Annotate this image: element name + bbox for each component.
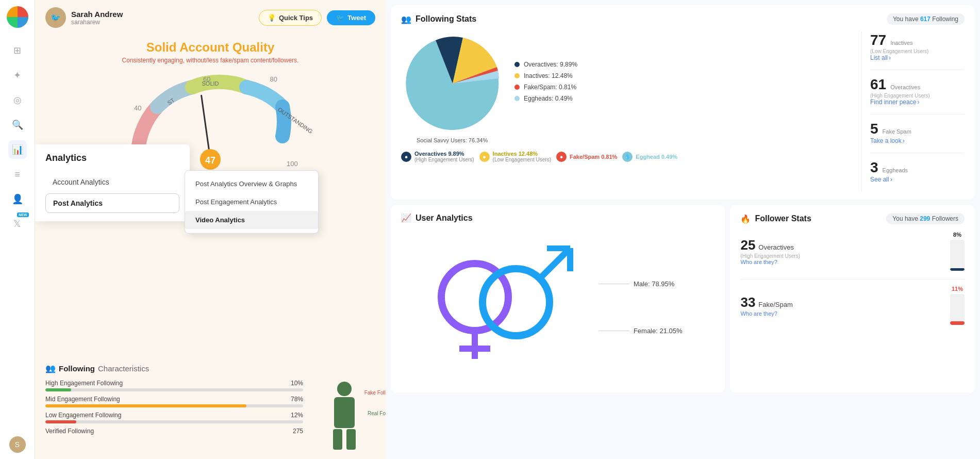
fire-icon: 🔥	[740, 214, 751, 224]
gender-symbols	[434, 245, 578, 369]
sidebar-item-x[interactable]: 𝕏 NEW	[8, 215, 27, 233]
follower-stats-body: 25 Overactives (High Engagement Users) W…	[740, 232, 965, 325]
quality-title: Solid Account Quality	[45, 40, 375, 55]
fake-spam-link[interactable]: Who are they?	[740, 310, 792, 317]
person-figure	[324, 380, 365, 452]
pill-overactives: ● Overactives 9.89% (High Engagement Use…	[401, 151, 474, 162]
tweet-label: Tweet	[347, 14, 366, 22]
right-stats-col: 77 Inactives (Low Engagement Users) List…	[861, 32, 965, 191]
char-high-engagement: High Engagement Following 10%	[45, 380, 303, 391]
sidebar-item-chart[interactable]: 📊	[8, 140, 27, 159]
quick-tips-button[interactable]: 💡 Quick Tips	[259, 10, 322, 26]
user-info: 🐦 Sarah Andrew saraharew	[45, 7, 123, 28]
pill-egghead: 💧 Egghead 0.49%	[622, 151, 677, 162]
sidebar-item-people[interactable]: 👤	[8, 190, 27, 208]
post-analytics-submenu: Post Analytics Overview & Graphs Post En…	[185, 170, 319, 234]
following-stats-header: 👥 Following Stats You have 617 Following	[401, 13, 965, 25]
sidebar-item-list[interactable]: ≡	[8, 165, 27, 184]
svg-rect-13	[333, 429, 342, 450]
user-analytics-card: 📈 User Analytics	[391, 205, 725, 393]
sidebar-user-avatar[interactable]: S	[9, 436, 26, 453]
male-symbol	[475, 245, 578, 349]
user-analytics-title: 📈 User Analytics	[401, 213, 473, 223]
mini-stat-eggheads: 3 Eggheads See all ›	[870, 153, 965, 183]
user-analytics-body: Male: 78.95% Female: 21.05%	[401, 230, 715, 385]
list-all-link[interactable]: List all ›	[870, 54, 965, 61]
tweet-button[interactable]: 🐦 Tweet	[327, 10, 375, 25]
right-panel: 👥 Following Stats You have 617 Following	[386, 0, 980, 459]
legend-inactives: Inactives: 12.48%	[514, 72, 861, 79]
legend-overactives: Overactives: 9.89%	[514, 61, 861, 68]
svg-line-19	[539, 248, 570, 279]
user-name: Sarah Andrew	[71, 10, 123, 19]
quality-subtitle: Consistently engaging, without/less fake…	[45, 57, 375, 64]
main-content: 🐦 Sarah Andrew saraharew 💡 Quick Tips 🐦 …	[35, 0, 980, 459]
user-avatar: 🐦	[45, 7, 66, 28]
svg-rect-12	[334, 397, 355, 428]
svg-rect-14	[346, 429, 356, 450]
male-row: Male: 78.95%	[599, 280, 683, 288]
following-characteristics: 👥 Following Characteristics High Engagem…	[35, 356, 386, 459]
legend-fake-spam: Fake/Spam: 0.81%	[514, 84, 861, 91]
submenu-engagement[interactable]: Post Engagement Analytics	[185, 193, 318, 211]
following-main: Overactives: 9.89% Inactives: 12.48% Fak…	[401, 32, 861, 191]
analytics-nav: Analytics Account Analytics Post Analyti…	[35, 144, 190, 221]
svg-text:80: 80	[270, 75, 277, 83]
submenu-overview[interactable]: Post Analytics Overview & Graphs	[185, 175, 318, 193]
take-a-look-link[interactable]: Take a look ›	[870, 137, 965, 144]
svg-text:40: 40	[134, 104, 141, 112]
user-handle: saraharew	[71, 19, 123, 26]
gender-info: Male: 78.95% Female: 21.05%	[599, 280, 683, 335]
see-all-link[interactable]: See all ›	[870, 176, 965, 183]
nav-post-analytics[interactable]: Post Analytics	[45, 193, 179, 213]
find-inner-peace-link[interactable]: Find inner peace ›	[870, 99, 965, 106]
svg-text:100: 100	[287, 160, 298, 168]
fake-following-label: Fake Following: 0.81%	[364, 390, 386, 396]
following-count-tag: You have 617 Following	[887, 13, 965, 25]
lightbulb-icon: 💡	[268, 14, 276, 22]
bottom-sections: 📈 User Analytics	[391, 205, 975, 393]
new-badge: NEW	[17, 212, 28, 217]
analytics-icon: 📈	[401, 213, 411, 223]
analytics-nav-title: Analytics	[45, 151, 179, 166]
follower-stat-overactives: 25 Overactives (High Engagement Users) W…	[740, 232, 965, 271]
nav-account-analytics[interactable]: Account Analytics	[45, 173, 179, 191]
left-panel: 🐦 Sarah Andrew saraharew 💡 Quick Tips 🐦 …	[35, 0, 386, 459]
sidebar-item-grid[interactable]: ⊞	[8, 41, 27, 60]
svg-text:47: 47	[205, 155, 215, 166]
female-row: Female: 21.05%	[599, 327, 683, 335]
follower-stats-card: 🔥 Follower Stats You have 299 Followers	[730, 205, 975, 393]
quality-section: Solid Account Quality Consistently engag…	[35, 35, 386, 64]
pill-fake-spam: ● Fake/Spam 0.81%	[556, 151, 617, 162]
submenu-video[interactable]: Video Analytics	[185, 211, 318, 229]
char-verified: Verified Following 275	[45, 428, 303, 435]
overactives-link[interactable]: Who are they?	[740, 259, 800, 265]
stats-summary: ● Overactives 9.89% (High Engagement Use…	[401, 151, 861, 162]
following-stats-card: 👥 Following Stats You have 617 Following	[391, 5, 975, 200]
twitter-icon: 🐦	[336, 14, 344, 22]
follower-stats-header: 🔥 Follower Stats You have 299 Followers	[740, 213, 965, 224]
pill-inactives: ● Inactives 12.48% (Low Engagement Users…	[479, 151, 551, 162]
char-title: 👥 Following Characteristics	[45, 364, 375, 373]
sidebar-item-search[interactable]: 🔍	[8, 116, 27, 134]
follower-count-tag: You have 299 Followers	[886, 213, 965, 224]
header-buttons: 💡 Quick Tips 🐦 Tweet	[259, 10, 375, 26]
following-body: Overactives: 9.89% Inactives: 12.48% Fak…	[401, 32, 965, 191]
svg-point-11	[337, 382, 352, 396]
pie-svg	[401, 32, 504, 135]
following-icon: 👥	[401, 14, 411, 24]
char-low-engagement: Low Engagement Following 12%	[45, 412, 303, 423]
sidebar-item-network[interactable]: ✦	[8, 66, 27, 85]
social-savvy-label: Social Savvy Users: 76.34%	[417, 137, 861, 143]
pie-chart	[401, 32, 504, 135]
follower-stats-title: 🔥 Follower Stats	[740, 214, 811, 224]
real-following-label: Real Following: 99.19%	[368, 411, 386, 416]
pie-legend: Overactives: 9.89% Inactives: 12.48% Fak…	[514, 61, 861, 106]
app-logo	[7, 6, 28, 28]
char-mid-engagement: Mid Engagement Following 78%	[45, 396, 303, 407]
pie-area: Overactives: 9.89% Inactives: 12.48% Fak…	[401, 32, 861, 135]
sidebar-item-target[interactable]: ◎	[8, 91, 27, 109]
panel-header: 🐦 Sarah Andrew saraharew 💡 Quick Tips 🐦 …	[35, 0, 386, 35]
user-analytics-header: 📈 User Analytics	[401, 213, 715, 223]
quality-title-rest: Account Quality	[176, 40, 274, 54]
